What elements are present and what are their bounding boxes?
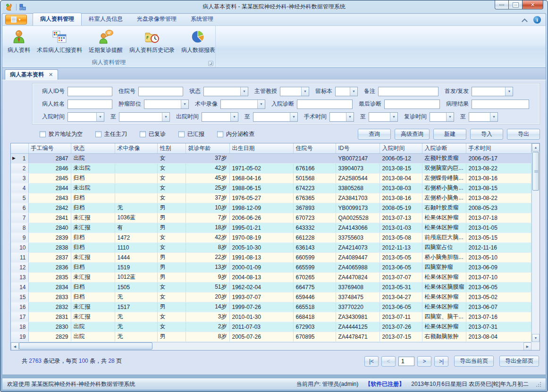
chevron-down-icon[interactable]: ▼ [346,113,354,121]
export-button[interactable]: 导出 [507,129,540,140]
history-record-button[interactable]: 病人资料历史记录 [126,28,178,55]
column-header[interactable]: 入院时间 [379,143,422,153]
checkbox-item[interactable]: 已汇报 [178,130,204,138]
vertical-scrollbar[interactable]: ▲ ▼ [531,143,540,342]
chevron-down-icon[interactable]: ▼ [490,113,497,121]
column-header[interactable] [11,143,28,153]
dialog-launcher-icon[interactable] [208,61,213,66]
export-current-page-button[interactable]: 导出当前页 [454,356,494,367]
horizontal-scroll-thumb[interactable] [19,342,152,350]
filter-combo[interactable]: ▼ [469,112,498,122]
app-icon[interactable] [5,3,13,11]
table-row[interactable]: 32845归档女45岁1968-04-16501568ZA25805442013… [11,173,531,183]
filter-combo[interactable]: ▼ [430,112,454,122]
registered-link[interactable]: 【软件已注册】 [365,380,405,388]
import-button[interactable]: 导入 [470,129,503,140]
tab-disc-video-management[interactable]: 光盘录像带管理 [130,13,184,25]
filter-input[interactable] [67,87,112,96]
last-page-button[interactable]: >| [434,356,448,367]
checkbox[interactable] [140,131,146,137]
chevron-down-icon[interactable]: ▼ [162,113,169,121]
page-number-input[interactable] [398,357,414,366]
filter-combo[interactable]: ▼ [329,112,354,122]
ribbon-collapse-icon[interactable] [523,18,527,22]
new-button[interactable]: 新建 [433,129,466,140]
table-row[interactable]: 62842归档无男10岁1998-12-09367893YB0099173200… [11,203,531,213]
table-row[interactable]: 22846未出院女42岁1971-05-02676166339040732013… [11,163,531,173]
column-header[interactable]: 性别 [157,143,185,153]
filter-combo[interactable]: ▼ [472,87,513,96]
column-header[interactable]: 住院号 [293,143,336,153]
column-header[interactable]: 手工编号 [28,143,71,153]
checkbox[interactable] [95,131,101,137]
table-row[interactable]: 132835未汇报1012蓝男9岁2004-08-13670265ZA44708… [11,272,531,282]
close-button[interactable]: ✕ [522,0,543,9]
filter-input[interactable] [378,87,438,96]
scroll-track[interactable] [152,342,523,350]
column-header[interactable]: ID号 [336,143,379,153]
table-row[interactable]: 162832未汇报1517男14岁1999-07-266655183377022… [11,302,531,312]
first-page-button[interactable]: |< [364,356,379,367]
table-row[interactable]: 112837未汇报1444男22岁1991-08-13660599ZA40894… [11,252,531,262]
filter-combo[interactable]: ▼ [220,100,265,109]
column-header[interactable]: 术中录像 [115,143,157,153]
checkbox[interactable] [217,131,223,137]
data-report-button[interactable]: 病人数据报表 [178,28,219,55]
chevron-down-icon[interactable]: ▼ [290,113,297,121]
chevron-down-icon[interactable]: ▼ [446,113,454,121]
tab-department-staff[interactable]: 科室人员信息 [82,13,130,25]
table-row[interactable]: 72841未汇报1036蓝男7岁2006-06-26670723QA002552… [11,213,531,223]
info-icon[interactable]: i [533,16,541,24]
column-header[interactable]: 手术时间 [466,143,531,153]
filter-input[interactable] [384,100,440,109]
scroll-up-icon[interactable]: ▲ [532,143,540,151]
doc-tab-patient-basic-info[interactable]: 病人基本资料 ✕ [5,69,58,80]
filter-combo[interactable]: ▼ [369,112,398,122]
next-page-button[interactable]: > [417,356,431,367]
tab-patient-management[interactable]: 病人资料管理 [33,13,82,25]
chevron-down-icon[interactable]: ▼ [230,113,238,121]
scroll-down-icon[interactable]: ▼ [532,334,540,342]
table-row[interactable]: 102838归档1110女8岁2005-10-30636143ZA4214073… [11,242,531,252]
maximize-button[interactable] [508,0,522,9]
chevron-down-icon[interactable]: ▼ [505,87,513,96]
filter-input[interactable] [472,100,529,109]
table-row[interactable]: 82840未汇报有男18岁1995-01-21643332ZA414306620… [11,223,531,233]
filter-combo[interactable]: ▼ [144,100,189,109]
checkbox-item[interactable]: 主任主刀 [95,130,127,138]
column-header[interactable]: 出生日期 [229,143,293,153]
chevron-down-icon[interactable]: ▼ [350,87,357,96]
checkbox-item[interactable]: 内分泌检查 [217,130,254,138]
table-row[interactable]: 182830出院无女2岁2011-07-03672903ZA4444125201… [11,322,531,332]
tab-system-management[interactable]: 系统管理 [184,13,220,25]
table-row[interactable]: ▶12847出院女37岁YB00721472006-05-12左额叶胶质瘤200… [11,153,531,163]
chevron-down-icon[interactable]: ▼ [257,100,265,108]
filter-input[interactable] [67,100,112,109]
minimize-button[interactable] [495,0,508,9]
application-menu-button[interactable]: ▼ [5,15,27,25]
table-row[interactable]: 152833归档无女20岁1993-07-0765944633748475201… [11,292,531,302]
vertical-scroll-thumb[interactable] [532,152,539,191]
scroll-left-icon[interactable]: ◀ [11,342,19,350]
checkbox[interactable] [178,131,185,137]
table-row[interactable]: 42844未出院女25岁1988-06-15674223338052682013… [11,183,531,193]
checkbox[interactable] [40,131,46,137]
filter-combo[interactable]: ▼ [203,87,248,96]
doc-tab-close-icon[interactable]: ✕ [49,72,53,78]
filter-input[interactable] [297,100,353,109]
resize-grip[interactable] [535,381,541,387]
scroll-right-icon[interactable]: ▶ [523,342,531,350]
table-row[interactable]: 92839归档1472女42岁1970-08-19661228337556032… [11,233,531,242]
chevron-down-icon[interactable]: ▼ [181,100,188,108]
chevron-down-icon[interactable]: ▼ [240,87,248,96]
table-row[interactable]: 172831未汇报无女3岁2010-01-30668418ZA343098120… [11,312,531,322]
chevron-down-icon[interactable]: ▼ [390,113,397,121]
table-row[interactable]: 192829出院无男8岁2005-07-26670895ZA4478471201… [11,332,531,342]
export-all-pages-button[interactable]: 导出全部页 [499,356,539,367]
filter-combo[interactable]: ▼ [335,87,358,96]
revisit-reminder-button[interactable]: 近期复诊提醒 [85,28,126,55]
column-header[interactable]: 就诊年龄 [185,143,229,153]
horizontal-scrollbar[interactable]: ◀ ▶ [11,342,531,350]
table-row[interactable]: 142834归档1505女51岁1962-02-0466477533769408… [11,282,531,292]
postop-report-button[interactable]: 术后病人汇报资料 [34,28,85,55]
